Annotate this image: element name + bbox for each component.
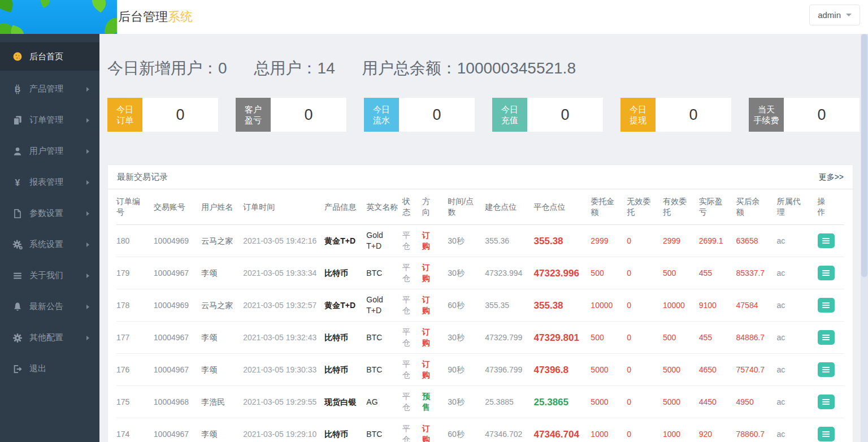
row-detail-button[interactable] bbox=[818, 362, 835, 377]
cell-valid: 500 bbox=[663, 257, 699, 289]
sidebar-item-label: 退出 bbox=[29, 363, 46, 374]
cell-status: 平仓 bbox=[402, 225, 422, 257]
cell-agent: ac bbox=[777, 386, 818, 418]
card-label: 今日提现 bbox=[620, 98, 656, 132]
card-label: 今日订单 bbox=[107, 98, 142, 132]
card-today-fees: 当天手续费0 bbox=[749, 98, 860, 132]
card-label: 当天手续费 bbox=[749, 98, 784, 132]
cell-close: 47396.8 bbox=[534, 354, 591, 386]
chevron-right-icon bbox=[86, 87, 89, 92]
scrollbar-thumb[interactable] bbox=[861, 34, 867, 277]
column-header: 委托金额 bbox=[591, 189, 627, 225]
logo bbox=[0, 0, 117, 34]
sidebar-item-label: 关于我们 bbox=[29, 270, 63, 281]
sidebar-item-label: 后台首页 bbox=[29, 51, 63, 62]
card-value: 0 bbox=[527, 98, 603, 132]
vertical-scrollbar[interactable] bbox=[861, 34, 868, 442]
cell-agent: ac bbox=[777, 418, 818, 442]
cell-balance: 47584 bbox=[736, 289, 777, 322]
cell-name: 李颂 bbox=[201, 257, 243, 289]
sidebar-item-parameters[interactable]: 参数设置 bbox=[0, 198, 99, 229]
app-title-main: 后台管理 bbox=[118, 10, 168, 24]
copy-icon bbox=[12, 115, 23, 125]
cell-open: 47396.799 bbox=[485, 354, 533, 386]
cell-action bbox=[818, 225, 844, 257]
row-detail-button[interactable] bbox=[818, 266, 835, 280]
sidebar-item-orders[interactable]: 订单管理 bbox=[0, 105, 99, 136]
row-detail-button[interactable] bbox=[818, 395, 835, 409]
cell-id: 180 bbox=[116, 225, 154, 257]
cell-duration: 30秒 bbox=[448, 257, 485, 289]
row-detail-button[interactable] bbox=[818, 427, 835, 441]
cell-profit: 4450 bbox=[699, 386, 736, 418]
cell-status: 平仓 bbox=[402, 386, 422, 418]
sidebar-item-label: 系统设置 bbox=[29, 239, 63, 250]
cell-balance: 84886.7 bbox=[736, 322, 777, 354]
user-menu[interactable]: admin bbox=[809, 5, 860, 25]
cell-id: 178 bbox=[116, 289, 154, 322]
gear-icon bbox=[12, 333, 23, 343]
cell-valid: 500 bbox=[663, 322, 699, 354]
column-header: 实际盈亏 bbox=[699, 189, 736, 225]
cookie-icon bbox=[12, 51, 23, 62]
cell-balance: 63658 bbox=[736, 225, 777, 257]
sidebar-item-system[interactable]: 系统设置 bbox=[0, 229, 99, 260]
svg-text:¥: ¥ bbox=[15, 177, 20, 187]
row-detail-button[interactable] bbox=[818, 233, 835, 248]
sidebar-item-reports[interactable]: ¥ 报表管理 bbox=[0, 167, 99, 198]
card-customer-pnl: 客户盈亏0 bbox=[236, 98, 346, 132]
column-header: 有效委托 bbox=[663, 189, 699, 225]
cell-direction: 预售 bbox=[422, 386, 448, 418]
list-icon bbox=[822, 367, 830, 372]
row-detail-button[interactable] bbox=[818, 298, 835, 313]
card-label: 客户盈亏 bbox=[236, 98, 271, 132]
column-header: 买后余额 bbox=[736, 189, 777, 225]
stat-new-users: 今日新增用户：0 bbox=[107, 58, 227, 79]
sidebar-item-users[interactable]: 用户管理 bbox=[0, 136, 99, 167]
list-icon bbox=[822, 302, 830, 308]
cell-valid: 5000 bbox=[663, 386, 699, 418]
cell-account: 10004967 bbox=[154, 257, 201, 289]
list-icon bbox=[822, 399, 830, 405]
cell-amount: 2999 bbox=[591, 225, 627, 257]
cell-time: 2021-03-05 19:29:10 bbox=[243, 418, 324, 442]
table-row: 17710004967李颂2021-03-05 19:32:43比特币BTC平仓… bbox=[116, 322, 844, 354]
cell-invalid: 0 bbox=[627, 354, 663, 386]
summary-stats: 今日新增用户：0 总用户：14 用户总余额：100000345521.8 bbox=[107, 58, 868, 79]
yen-icon: ¥ bbox=[12, 177, 23, 188]
cell-close: 25.3865 bbox=[534, 386, 591, 418]
cell-direction: 订购 bbox=[422, 322, 448, 354]
sidebar-item-dashboard[interactable]: 后台首页 bbox=[0, 42, 99, 71]
sidebar-item-other-config[interactable]: 其他配置 bbox=[0, 322, 99, 353]
sidebar-item-announcements[interactable]: 最新公告 bbox=[0, 291, 99, 322]
bitcoin-icon: B bbox=[12, 84, 23, 94]
leaf-decoration bbox=[88, 0, 110, 13]
file-icon bbox=[12, 209, 23, 219]
cell-amount: 5000 bbox=[591, 354, 627, 386]
svg-text:B: B bbox=[15, 84, 20, 93]
row-detail-button[interactable] bbox=[818, 330, 835, 345]
card-today-flow: 今日流水0 bbox=[364, 98, 475, 132]
column-header: 无效委托 bbox=[627, 189, 663, 225]
cell-amount: 1000 bbox=[591, 418, 627, 442]
panel-title: 最新交易记录 bbox=[117, 165, 168, 189]
cell-id: 176 bbox=[116, 354, 154, 386]
cell-balance: 4950 bbox=[736, 386, 777, 418]
column-header: 订单编号 bbox=[116, 189, 154, 225]
cell-en: BTC bbox=[366, 322, 402, 354]
cell-open: 47323.994 bbox=[485, 257, 533, 289]
sidebar-item-logout[interactable]: 退出 bbox=[0, 353, 99, 384]
sidebar-item-products[interactable]: B 产品管理 bbox=[0, 73, 99, 105]
main-content: 今日新增用户：0 总用户：14 用户总余额：100000345521.8 今日订… bbox=[99, 34, 868, 442]
cell-open: 47329.799 bbox=[485, 322, 533, 354]
more-link[interactable]: 更多>> bbox=[819, 165, 844, 189]
sidebar-item-about[interactable]: 关于我们 bbox=[0, 260, 99, 291]
table-row: 17910004967李颂2021-03-05 19:33:34比特币BTC平仓… bbox=[116, 257, 844, 289]
cell-agent: ac bbox=[777, 322, 818, 354]
sidebar-item-label: 最新公告 bbox=[29, 301, 63, 312]
cell-status: 平仓 bbox=[402, 322, 422, 354]
column-header: 产品信息 bbox=[324, 189, 366, 225]
table-row: 17510004968李浩民2021-03-05 19:29:55现货白银AG平… bbox=[116, 386, 844, 418]
cell-action bbox=[818, 289, 844, 322]
card-value: 0 bbox=[271, 98, 346, 132]
